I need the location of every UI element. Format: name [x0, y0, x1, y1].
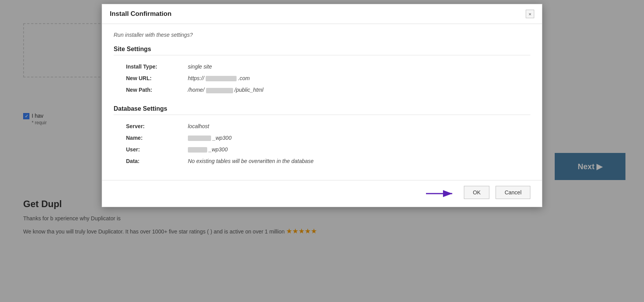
modal-body: Run installer with these settings? Site … — [102, 24, 542, 180]
server-value: localhost — [183, 120, 530, 132]
db-settings-table-wrapper: Server: localhost Name: _wp300 User: — [114, 120, 530, 167]
modal-close-button[interactable]: × — [526, 10, 534, 18]
new-path-value: /home/ /public_html — [183, 84, 530, 96]
db-settings-table: Server: localhost Name: _wp300 User: — [121, 120, 530, 167]
arrow-icon — [426, 188, 457, 199]
table-row: New Path: /home/ /public_html — [121, 84, 530, 96]
db-name-redacted — [188, 136, 211, 141]
new-url-value: https:// .com — [183, 72, 530, 84]
install-confirmation-modal: Install Confirmation × Run installer wit… — [102, 4, 542, 207]
site-settings-title: Site Settings — [114, 46, 530, 55]
table-row: User: _wp300 — [121, 144, 530, 155]
db-name-label: Name: — [121, 132, 183, 144]
site-settings-table: Install Type: single site New URL: https… — [121, 61, 530, 96]
server-label: Server: — [121, 120, 183, 132]
modal-subtitle: Run installer with these settings? — [114, 32, 530, 38]
url-redacted — [206, 76, 237, 81]
user-label: User: — [121, 144, 183, 155]
new-url-label: New URL: — [121, 72, 183, 84]
database-settings-title: Database Settings — [114, 105, 530, 115]
data-label: Data: — [121, 155, 183, 167]
user-value: _wp300 — [183, 144, 530, 155]
table-row: Server: localhost — [121, 120, 530, 132]
install-type-value: single site — [183, 61, 530, 72]
cancel-button[interactable]: Cancel — [496, 186, 530, 199]
site-settings-table-wrapper: Install Type: single site New URL: https… — [114, 61, 530, 96]
modal-header: Install Confirmation × — [102, 4, 542, 24]
modal-title: Install Confirmation — [110, 10, 172, 18]
db-name-value: _wp300 — [183, 132, 530, 144]
new-path-label: New Path: — [121, 84, 183, 96]
table-row: New URL: https:// .com — [121, 72, 530, 84]
install-type-label: Install Type: — [121, 61, 183, 72]
modal-footer: OK Cancel — [102, 180, 542, 207]
table-row: Install Type: single site — [121, 61, 530, 72]
path-redacted — [206, 88, 233, 93]
ok-button[interactable]: OK — [464, 186, 489, 199]
arrow-container — [426, 188, 457, 199]
table-row: Name: _wp300 — [121, 132, 530, 144]
user-redacted — [188, 147, 207, 153]
data-value: No existing tables will be overwritten i… — [183, 155, 530, 167]
table-row: Data: No existing tables will be overwri… — [121, 155, 530, 167]
